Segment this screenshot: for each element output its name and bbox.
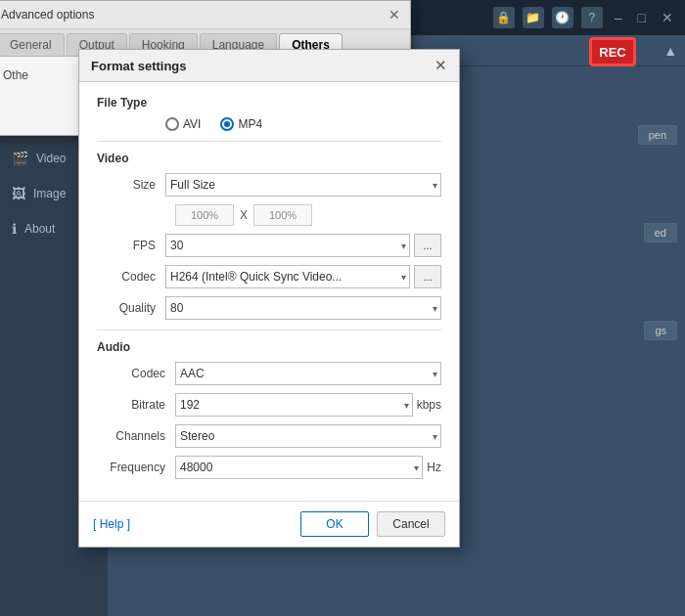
percent-box-2: 100%: [253, 204, 312, 226]
channels-select-wrapper: Stereo ▾: [175, 424, 441, 448]
channels-select[interactable]: Stereo: [175, 424, 441, 448]
frequency-label: Frequency: [97, 461, 175, 474]
folder-icon[interactable]: 📁: [523, 7, 544, 28]
mp4-radio-circle: [220, 117, 234, 131]
sidebar-label-about: About: [24, 222, 55, 236]
codec-label: Codec: [97, 270, 165, 284]
rec-label: REC: [599, 45, 625, 60]
format-dialog-close[interactable]: ✕: [434, 57, 447, 74]
avi-radio-circle: [165, 117, 179, 131]
lock-icon[interactable]: 🔒: [493, 7, 515, 28]
about-icon: ℹ: [12, 221, 17, 237]
open-button[interactable]: pen: [638, 125, 677, 145]
settings-button[interactable]: gs: [644, 321, 677, 340]
avi-radio-option[interactable]: AVI: [165, 117, 201, 131]
file-type-row: AVI MP4: [97, 117, 441, 131]
help-link[interactable]: [ Help ]: [93, 517, 130, 531]
audio-codec-select[interactable]: AAC: [175, 362, 441, 385]
fps-select-wrapper: 30 ▾: [165, 234, 410, 257]
collapse-button[interactable]: ▲: [663, 43, 677, 59]
file-type-radio-group: AVI MP4: [165, 117, 262, 131]
quality-select[interactable]: 80: [165, 296, 441, 320]
app-background: BANDICAM UNREGISTERED 🔒 📁 🕐 ? – □ ✕ ⬜ ▾ …: [0, 0, 685, 616]
rec-button[interactable]: REC: [589, 37, 636, 66]
fps-dots-button[interactable]: ...: [414, 234, 441, 257]
format-dialog-body: File Type AVI MP4 Video: [79, 82, 459, 501]
fps-label: FPS: [97, 239, 165, 252]
codec-dots-button[interactable]: ...: [414, 265, 441, 288]
separator-2: [97, 330, 441, 330]
codec-select-wrapper: H264 (Intel® Quick Sync Video... ▾: [165, 265, 410, 288]
size-label: Size: [97, 178, 165, 192]
x-separator: X: [240, 208, 248, 222]
fps-select[interactable]: 30: [165, 234, 410, 257]
avi-label: AVI: [183, 117, 201, 131]
edit-button[interactable]: ed: [644, 223, 677, 242]
fps-row: FPS 30 ▾ ...: [97, 234, 441, 257]
kbps-label: kbps: [417, 398, 441, 412]
percent-row: 100% X 100%: [97, 204, 441, 226]
clock-icon[interactable]: 🕐: [552, 7, 573, 28]
audio-codec-row: Codec AAC ▾: [97, 362, 441, 385]
close-button[interactable]: ✕: [658, 10, 677, 25]
separator-1: [97, 141, 441, 142]
format-dialog-footer: [ Help ] OK Cancel: [79, 501, 459, 547]
adv-options-close[interactable]: ✕: [388, 7, 400, 22]
image-icon: 🖼: [12, 186, 25, 201]
sidebar-label-video: Video: [36, 152, 66, 165]
codec-row: Codec H264 (Intel® Quick Sync Video... ▾…: [97, 265, 441, 288]
channels-label: Channels: [97, 429, 175, 443]
format-dialog-title: Format settings: [91, 59, 187, 73]
bitrate-label: Bitrate: [97, 398, 175, 412]
quality-select-wrapper: 80 ▾: [165, 296, 441, 320]
quality-label: Quality: [97, 301, 165, 315]
help-icon[interactable]: ?: [581, 7, 603, 28]
format-settings-dialog: Format settings ✕ File Type AVI MP4: [78, 49, 460, 548]
quality-row: Quality 80 ▾: [97, 296, 441, 320]
audio-section-title: Audio: [97, 340, 441, 354]
hz-label: Hz: [427, 461, 441, 474]
codec-select[interactable]: H264 (Intel® Quick Sync Video...: [165, 265, 410, 288]
footer-buttons: OK Cancel: [300, 511, 445, 537]
bitrate-select[interactable]: 192: [175, 393, 413, 417]
mp4-radio-option[interactable]: MP4: [220, 117, 262, 131]
frequency-row: Frequency 48000 ▾ Hz: [97, 456, 441, 479]
minimize-button[interactable]: –: [611, 10, 626, 25]
top-bar-icons: 🔒 📁 🕐 ? – □ ✕: [493, 7, 677, 28]
frequency-select[interactable]: 48000: [175, 456, 423, 479]
maximize-button[interactable]: □: [634, 10, 650, 25]
size-select[interactable]: Full Size: [165, 173, 441, 197]
format-dialog-header: Format settings ✕: [79, 50, 459, 82]
channels-row: Channels Stereo ▾: [97, 424, 441, 448]
file-type-section: File Type: [97, 96, 441, 110]
ok-button[interactable]: OK: [300, 511, 369, 537]
video-section-title: Video: [97, 152, 441, 165]
mp4-label: MP4: [238, 117, 262, 131]
audio-codec-select-wrapper: AAC ▾: [175, 362, 441, 385]
percent-box-1: 100%: [175, 204, 234, 226]
sidebar-label-image: Image: [33, 187, 66, 200]
size-select-wrapper: Full Size ▾: [165, 173, 441, 197]
bitrate-row: Bitrate 192 ▾ kbps: [97, 393, 441, 417]
tab-general[interactable]: General: [0, 33, 65, 56]
cancel-button[interactable]: Cancel: [377, 511, 445, 537]
frequency-select-wrapper: 48000 ▾: [175, 456, 423, 479]
audio-codec-label: Codec: [97, 367, 175, 380]
size-row: Size Full Size ▾: [97, 173, 441, 197]
adv-options-title: Advanced options: [1, 8, 94, 22]
bitrate-select-wrapper: 192 ▾: [175, 393, 413, 417]
adv-options-header: Advanced options ✕: [0, 1, 410, 29]
video-icon: 🎬: [12, 151, 28, 166]
